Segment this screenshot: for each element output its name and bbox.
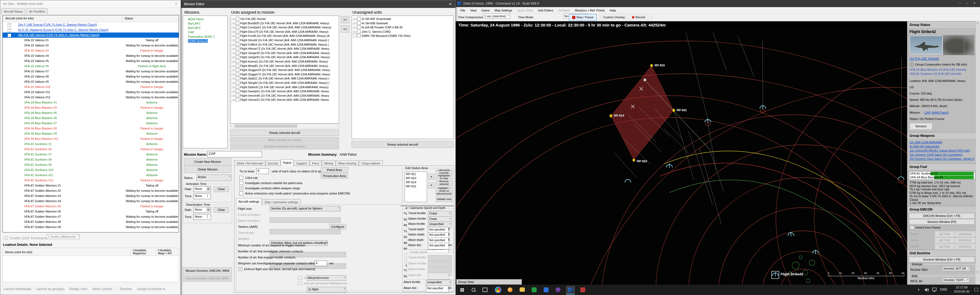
unit-checkbox[interactable]	[236, 43, 239, 46]
assigned-unit-row[interactable]: +Flight Metal81 (2x F/A-18C Hornet (A/A:…	[231, 64, 339, 68]
mission-type-tab[interactable]: Cargo options	[359, 160, 383, 166]
expand-icon[interactable]: +	[232, 44, 235, 47]
unit-doctrine-header[interactable]: Unit Doctrine«	[907, 250, 976, 257]
taskbar-app-8[interactable]	[579, 286, 587, 293]
taskbar-app-6[interactable]	[554, 286, 562, 293]
group-status-header[interactable]: Group Status«	[907, 21, 976, 29]
expand-icon[interactable]: +	[232, 18, 235, 21]
settings-tab[interactable]: Ship / submarine settings	[262, 199, 301, 205]
speed-setting-control[interactable]: Not specified	[428, 243, 449, 249]
ref-point-label[interactable]: RP-911	[677, 108, 687, 112]
wcs-air-select[interactable]: Inherited, TIGHT -	[942, 278, 969, 282]
unmark-escorts-button[interactable]: Un-Mark selected from escorts	[230, 143, 339, 149]
expand-icon[interactable]: +	[232, 87, 235, 90]
menu-item[interactable]: View	[468, 8, 479, 13]
emcon-passive-button[interactable]: PASSIVE	[955, 244, 976, 250]
cruise-formation-select[interactable]	[270, 217, 341, 223]
menu-item[interactable]: Quick Jump	[515, 8, 536, 13]
tray-chevron-icon[interactable]: ∧	[918, 288, 920, 292]
emcon-active-button[interactable]: ACTIVE	[935, 244, 955, 250]
weapon-link[interactable]: 4x AIM-9M Sidewinder	[910, 144, 976, 149]
unit-checkbox[interactable]	[236, 98, 239, 102]
expand-icon[interactable]	[353, 34, 356, 37]
unit-checkbox[interactable]	[236, 55, 239, 59]
unit-checkbox[interactable]	[357, 30, 361, 33]
aircraft-row[interactable]: VFA-34 Blue Blasters #12 Parked in hanga…	[3, 136, 179, 141]
aircraft-row[interactable]: VFA-87 Golden Warriors #7 Waiting for ru…	[3, 214, 179, 219]
airops-action-button[interactable]: Assign to mission ▾	[137, 287, 165, 291]
menu-item[interactable]: Map Settings	[492, 8, 514, 13]
scroll-thumb[interactable]	[234, 125, 297, 128]
tray-language[interactable]: SWE	[940, 288, 947, 292]
aircraft-row[interactable]: VFA-87 Golden Warriors #4 Waiting for ru…	[3, 198, 179, 204]
volume-icon[interactable]	[924, 288, 929, 292]
enforce-flight-size[interactable]: Enforce flight size (by base, aircraft t…	[239, 267, 315, 271]
station-points-list[interactable]: RP-911RP-910RP-914RP-915	[405, 171, 427, 202]
checkbox-icon[interactable]	[239, 186, 243, 190]
unit-checkbox[interactable]	[236, 30, 239, 33]
weapon-link[interactable]: 12x Generic Chaff Salvo [5x Cartridges]	[910, 153, 976, 157]
aircraft-row[interactable]: VFA-34 Blue Blasters #9 Airborne	[3, 131, 179, 136]
assigned-unit-row[interactable]: +Flight Stalk21 (2x F/A-18C Hornet (A/A:…	[231, 76, 339, 81]
selected-unit-label[interactable]: Flight Strike42	[781, 272, 803, 276]
unassigned-unit-row[interactable]: +John C. Stennis CVBG	[352, 30, 453, 34]
highlight-center-button[interactable]: Highlight + center on selected point	[436, 187, 452, 195]
nuclear-wpn-select[interactable]: Inherited, NOT GR	[942, 266, 970, 271]
move-point-down-button[interactable]: ▼	[428, 182, 435, 189]
unit-checkbox[interactable]	[236, 21, 239, 25]
unassigned-units-list[interactable]: +2x SH-60F Oceanhawk+4x SH-60B Seahawk+4…	[352, 16, 454, 139]
unassigned-unit-row[interactable]: SSBN 738 Maryland (SSBN 726 Ohio)	[352, 34, 453, 38]
menu-item[interactable]: Contacts	[556, 8, 573, 13]
assigned-unit-row[interactable]: +Flight Combat41 (2x F/A-18C Hornet (A/A…	[231, 25, 339, 30]
expand-icon[interactable]: +	[353, 18, 356, 21]
checkbox-icon[interactable]	[239, 192, 243, 195]
record-button[interactable]: Record	[629, 14, 648, 20]
escort-doctrine-button[interactable]: Escort Doctrine, EMCON, WRA	[183, 275, 232, 282]
aircraft-group-row[interactable]: + 4x E-2C Hawkeye Group II (CVN 74 John …	[3, 27, 179, 33]
aircraft-row[interactable]: VFA-81 Sunliners #1 Airborne	[3, 141, 179, 147]
scroll-down-icon[interactable]: ∨	[977, 270, 978, 273]
station-point-item[interactable]: RP-910	[406, 176, 427, 181]
activation-time-input[interactable]: None	[193, 193, 211, 199]
aircraft-row[interactable]: VFA-15 Valions #11 Waiting for runway to…	[3, 90, 179, 95]
group-composition-row[interactable]: ∧ Group Composition (select for DB info)…	[910, 62, 968, 67]
aircraft-row[interactable]: VFA-87 Golden Warriors #5 Parked in hang…	[3, 204, 179, 209]
activation-clear-button[interactable]: Clear	[214, 186, 229, 192]
aircraft-row[interactable]: VFA-81 Sunliners #6 Parked in hangar	[3, 147, 179, 152]
mission-type-tab[interactable]: Ferry	[310, 160, 321, 166]
attack-formation-select[interactable]	[270, 229, 341, 234]
col-aircraft[interactable]: Aircraft (click for info)	[5, 17, 33, 20]
patrol-area-button[interactable]: Patrol Area	[321, 167, 348, 173]
taskbar-app-folder[interactable]	[518, 286, 526, 293]
airops-action-button[interactable]: Launch individually	[3, 287, 31, 291]
sorties-select[interactable]: 2 Sorties (Maximum)	[47, 234, 80, 239]
expand-icon[interactable]: +	[232, 78, 235, 81]
airops-action-button[interactable]: Launch as group(s)	[36, 287, 64, 291]
wingmen-distance-input[interactable]: 5	[315, 260, 327, 266]
window-buttons[interactable]: ─ □ ✕	[959, 2, 978, 5]
mission-type-tab[interactable]: Mining	[322, 160, 336, 166]
airops-action-button[interactable]: Ready / Arm	[69, 287, 88, 291]
sensors-button[interactable]: Sensors	[910, 123, 932, 130]
expand-icon[interactable]: +	[232, 52, 235, 56]
expand-icon[interactable]: +	[232, 99, 235, 102]
aircraft-row[interactable]: VFA-15 Valions #9 Waiting for runway to …	[3, 79, 179, 84]
aircraft-row[interactable]: VFA-34 Blue Blasters #7 Airborne	[3, 121, 179, 126]
aircraft-row[interactable]: VFA-81 Sunliners #8 Airborne	[3, 157, 179, 162]
col-status[interactable]: Status	[124, 17, 133, 20]
keep-units-input[interactable]: 8	[256, 168, 269, 174]
expand-icon[interactable]: +	[232, 61, 235, 64]
aircraft-row[interactable]: VFA-15 Valions #4 Waiting for runway to …	[3, 53, 179, 59]
inherit-parent-checkbox[interactable]: Inherit from Parent	[910, 225, 940, 230]
sensors-window-button[interactable]: Sensors Window (F9)	[909, 219, 975, 225]
unit-checkbox[interactable]	[236, 72, 239, 76]
mission-type-tab[interactable]: Strike / Air Intercept	[234, 160, 265, 166]
assigned-unit-row[interactable]: +Flight Strike42 (2x F/A-18C Hornet (A/A…	[231, 85, 339, 90]
ref-point-label[interactable]: RP-914	[614, 114, 624, 117]
unit-checkbox[interactable]	[236, 68, 239, 71]
station-point-item[interactable]: RP-915	[406, 185, 427, 189]
aircraft-row[interactable]: VFA-87 Golden Warriors #1 Taking off	[3, 183, 179, 188]
aircraft-row[interactable]: VFA-15 Valions #12 Waiting for runway to…	[3, 95, 179, 100]
assigned-unit-row[interactable]: +Flight Slugger72 (2x F/A-18C Hornet (A/…	[231, 72, 339, 77]
mission-item[interactable]: Preemptive SEAD 1	[183, 35, 227, 39]
